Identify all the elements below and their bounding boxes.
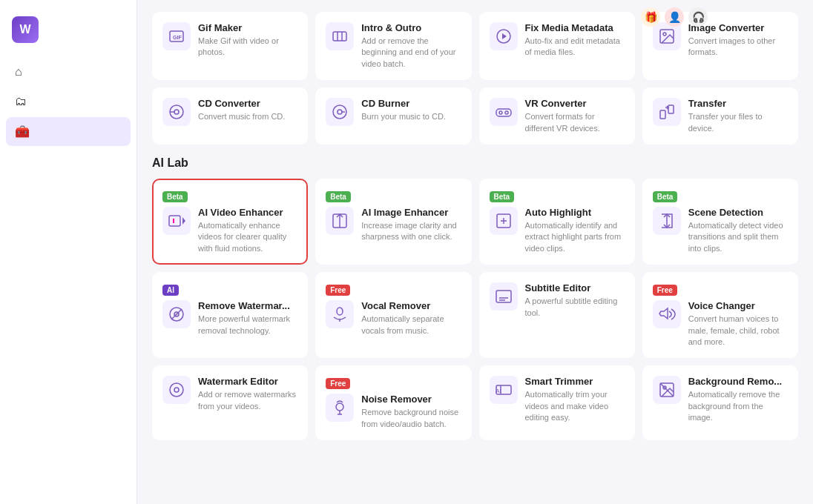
card-icon-vr-converter (490, 98, 518, 126)
svg-marker-6 (502, 33, 507, 39)
titlebar: 🎁 👤 🎧 (631, 0, 813, 34)
card-icon-subtitle-editor (490, 282, 518, 311)
card-desc-ai-image-enhancer: Increase image clarity and sharpness wit… (361, 220, 461, 243)
svg-line-32 (171, 309, 182, 319)
card-title-ai-image-enhancer: AI Image Enhancer (361, 207, 461, 218)
card-desc-watermark-editor: Add or remove watermarks from your video… (198, 389, 297, 412)
svg-rect-15 (496, 109, 511, 116)
card-icon-background-remo (653, 376, 681, 404)
main-content: 🎁 👤 🎧 GIF Gif Maker Make Gif with video … (137, 0, 813, 504)
tool-card-gif-maker[interactable]: GIF Gif Maker Make Gif with video or pho… (152, 12, 308, 80)
tool-card-vr-converter[interactable]: VR Converter Convert formats for differe… (479, 87, 635, 145)
card-icon-remove-watermark (162, 300, 191, 328)
card-desc-transfer: Transfer your files to device. (688, 111, 788, 134)
card-badge-auto-highlight: Beta (490, 191, 515, 202)
card-body-cd-converter: CD Converter Convert music from CD. (162, 98, 297, 126)
card-title-cd-burner: CD Burner (361, 98, 461, 109)
card-desc-background-remo: Automatically remove the background from… (688, 389, 788, 423)
card-title-smart-trimmer: Smart Trimmer (525, 376, 625, 387)
tool-card-vocal-remover[interactable]: Free Vocal Remover Automatically separat… (315, 272, 471, 358)
tool-card-smart-trimmer[interactable]: AI Smart Trimmer Automatically trim your… (479, 365, 635, 440)
card-body-smart-trimmer: AI Smart Trimmer Automatically trim your… (490, 376, 625, 423)
svg-rect-18 (668, 105, 674, 113)
card-icon-voice-changer (653, 300, 681, 328)
card-title-background-remo: Background Remo... (688, 376, 788, 387)
tool-card-noise-remover[interactable]: Free Noise Remover Remove background noi… (315, 365, 471, 440)
tool-card-cd-burner[interactable]: CD Burner Burn your music to CD. (315, 87, 471, 145)
card-title-vocal-remover: Vocal Remover (361, 300, 461, 311)
tool-card-fix-media-metadata[interactable]: Fix Media Metadata Auto-fix and edit met… (479, 12, 635, 80)
card-title-noise-remover: Noise Remover (361, 394, 461, 405)
card-desc-noise-remover: Remove background noise from video/audio… (361, 407, 461, 430)
tool-card-intro-outro[interactable]: Intro & Outro Add or remove the beginnin… (315, 12, 471, 80)
card-title-voice-changer: Voice Changer (688, 300, 788, 311)
card-body-vocal-remover: Vocal Remover Automatically separate voc… (326, 300, 461, 336)
card-desc-gif-maker: Make Gif with video or photos. (198, 36, 297, 59)
ai-lab-section-title: AI Lab (152, 156, 798, 170)
card-body-noise-remover: Noise Remover Remove background noise fr… (326, 394, 461, 430)
svg-point-10 (174, 110, 179, 114)
card-body-vr-converter: VR Converter Convert formats for differe… (490, 98, 625, 134)
svg-point-38 (170, 383, 183, 397)
card-desc-auto-highlight: Automatically identify and extract highl… (525, 220, 625, 254)
card-icon-intro-outro (326, 22, 354, 50)
card-icon-ai-image-enhancer (326, 207, 354, 235)
tool-card-watermark-editor[interactable]: Watermark Editor Add or remove watermark… (152, 365, 308, 440)
card-badge-voice-changer: Free (653, 285, 677, 296)
card-desc-smart-trimmer: Automatically trim your videos and make … (525, 389, 625, 423)
card-title-vr-converter: VR Converter (525, 98, 625, 109)
card-body-cd-burner: CD Burner Burn your music to CD. (326, 98, 461, 126)
tool-card-cd-converter[interactable]: CD Converter Convert music from CD. (152, 87, 308, 145)
card-title-gif-maker: Gif Maker (198, 22, 297, 33)
tool-card-auto-highlight[interactable]: Beta Auto Highlight Automatically identi… (479, 179, 635, 265)
tool-card-voice-changer[interactable]: Free Voice Changer Convert human voices … (642, 272, 798, 358)
logo-icon: W (12, 16, 39, 43)
tool-card-ai-image-enhancer[interactable]: Beta AI Image Enhancer Increase image cl… (315, 179, 471, 265)
gift-button[interactable]: 🎁 (641, 7, 660, 27)
sidebar-item-my-files[interactable]: 🗂 (6, 87, 131, 116)
home-icon: ⌂ (15, 65, 22, 79)
card-desc-cd-converter: Convert music from CD. (198, 111, 297, 122)
card-body-gif-maker: GIF Gif Maker Make Gif with video or pho… (162, 22, 297, 59)
user-button[interactable]: 👤 (665, 7, 684, 27)
card-icon-fix-media-metadata (490, 22, 518, 50)
card-title-subtitle-editor: Subtitle Editor (525, 282, 625, 294)
card-body-fix-media-metadata: Fix Media Metadata Auto-fix and edit met… (490, 22, 625, 59)
card-title-intro-outro: Intro & Outro (361, 22, 461, 33)
card-icon-smart-trimmer: AI (490, 376, 518, 404)
card-title-scene-detection: Scene Detection (688, 207, 788, 218)
minimize-button[interactable] (736, 7, 755, 27)
menu-button[interactable] (712, 7, 731, 27)
card-body-ai-video-enhancer: AI Video Enhancer Automatically enhance … (162, 207, 297, 254)
maximize-button[interactable] (760, 7, 779, 27)
support-button[interactable]: 🎧 (688, 7, 708, 27)
card-title-fix-media-metadata: Fix Media Metadata (525, 22, 625, 33)
svg-point-39 (174, 388, 179, 392)
card-desc-fix-media-metadata: Auto-fix and edit metadata of media file… (525, 36, 625, 59)
svg-point-33 (337, 308, 343, 315)
sidebar-item-tools[interactable]: 🧰 (6, 117, 131, 146)
card-desc-ai-video-enhancer: Automatically enhance videos for clearer… (198, 220, 297, 254)
tool-card-scene-detection[interactable]: Beta Scene Detection Automatically detec… (642, 179, 798, 265)
sidebar-item-home[interactable]: ⌂ (6, 58, 131, 86)
tool-card-remove-watermark[interactable]: AI Remove Watermar... More powerful wate… (152, 272, 308, 358)
card-icon-transfer (653, 98, 681, 126)
tool-card-ai-video-enhancer[interactable]: Beta AI Video Enhancer Automatically enh… (152, 179, 308, 265)
svg-rect-19 (660, 110, 665, 119)
card-desc-vr-converter: Convert formats for different VR devices… (525, 111, 625, 134)
card-icon-cd-burner (326, 98, 354, 126)
sidebar-nav: ⌂ 🗂 🧰 (0, 58, 136, 146)
card-body-watermark-editor: Watermark Editor Add or remove watermark… (162, 376, 297, 412)
card-badge-ai-video-enhancer: Beta (162, 191, 188, 202)
tool-card-background-remo[interactable]: Background Remo... Automatically remove … (642, 365, 798, 440)
tools-icon: 🧰 (15, 125, 30, 139)
card-body-remove-watermark: Remove Watermar... More powerful waterma… (162, 300, 297, 336)
card-badge-remove-watermark: AI (162, 285, 179, 296)
card-body-intro-outro: Intro & Outro Add or remove the beginnin… (326, 22, 461, 70)
card-desc-voice-changer: Convert human voices to male, female, ch… (688, 314, 788, 348)
card-title-remove-watermark: Remove Watermar... (198, 300, 297, 311)
close-button[interactable] (783, 7, 803, 27)
tool-card-transfer[interactable]: Transfer Transfer your files to device. (642, 87, 798, 145)
svg-rect-2 (333, 32, 346, 41)
tool-card-subtitle-editor[interactable]: Subtitle Editor A powerful subtitle edit… (479, 272, 635, 358)
